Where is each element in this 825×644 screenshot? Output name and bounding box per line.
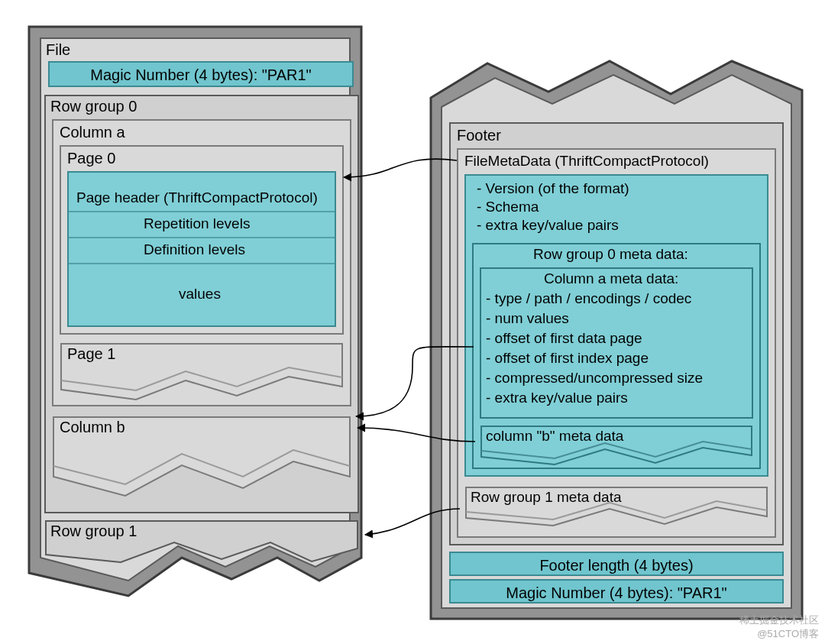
connector-arrows xyxy=(0,0,825,644)
watermark: 稀土掘金技术社区 @51CTO博客 xyxy=(739,613,819,641)
